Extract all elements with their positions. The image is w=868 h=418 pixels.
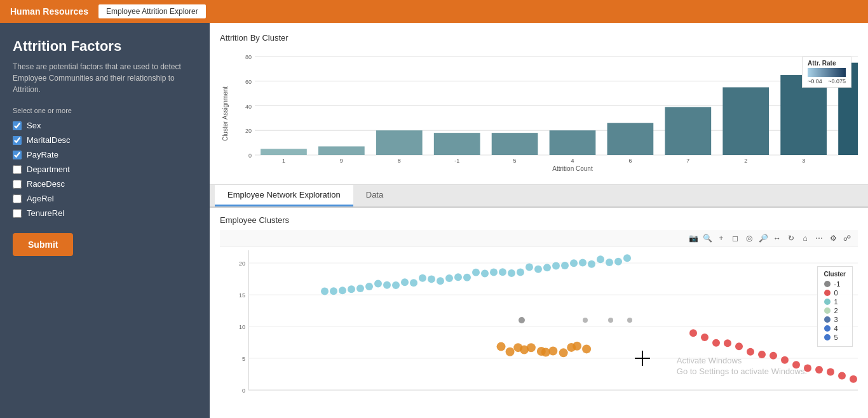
scatter-point[interactable] bbox=[735, 342, 743, 350]
zoom-out-icon[interactable]: 🔎 bbox=[757, 233, 769, 244]
scatter-point[interactable] bbox=[815, 366, 823, 374]
scatter-point[interactable] bbox=[365, 283, 373, 290]
scatter-point[interactable] bbox=[627, 318, 632, 323]
scatter-point[interactable] bbox=[561, 262, 569, 269]
scatter-point[interactable] bbox=[588, 260, 595, 268]
checkbox-item-sex[interactable]: Sex bbox=[13, 121, 197, 130]
scatter-point[interactable] bbox=[517, 269, 524, 276]
checkbox-maritalDesc[interactable] bbox=[13, 136, 22, 145]
scatter-point[interactable] bbox=[348, 285, 355, 293]
scatter-point[interactable] bbox=[583, 318, 588, 323]
scatter-point[interactable] bbox=[383, 281, 391, 289]
bar-4[interactable] bbox=[550, 130, 596, 155]
checkbox-ageRel[interactable] bbox=[13, 194, 22, 203]
chart-icon[interactable]: ☍ bbox=[841, 233, 853, 244]
bar--1[interactable] bbox=[434, 133, 480, 155]
scatter-point[interactable] bbox=[552, 262, 560, 270]
scatter-point[interactable] bbox=[608, 318, 613, 323]
lasso-icon[interactable]: ◎ bbox=[743, 233, 755, 244]
scatter-point[interactable] bbox=[712, 339, 720, 347]
scatter-point[interactable] bbox=[570, 259, 578, 267]
scatter-point[interactable] bbox=[374, 280, 382, 287]
checkbox-department[interactable] bbox=[13, 165, 22, 174]
scatter-point[interactable] bbox=[606, 259, 613, 266]
camera-icon[interactable]: 📷 bbox=[688, 233, 699, 244]
scatter-point[interactable] bbox=[508, 269, 515, 277]
checkbox-item-maritalDesc[interactable]: MaritalDesc bbox=[13, 135, 197, 145]
scatter-point[interactable] bbox=[497, 342, 506, 351]
checkbox-payRate[interactable] bbox=[13, 151, 22, 159]
scatter-point[interactable] bbox=[781, 356, 789, 364]
scatter-point[interactable] bbox=[804, 364, 811, 372]
scatter-point[interactable] bbox=[701, 334, 709, 341]
zoom-in-icon[interactable]: 🔍 bbox=[702, 233, 713, 244]
scatter-point[interactable] bbox=[519, 317, 525, 323]
checkbox-item-department[interactable]: Department bbox=[13, 165, 197, 174]
scatter-point[interactable] bbox=[526, 264, 533, 271]
checkbox-item-raceDesc[interactable]: RaceDesc bbox=[13, 179, 197, 189]
scatter-point[interactable] bbox=[356, 285, 364, 292]
scatter-point[interactable] bbox=[392, 281, 400, 289]
checkbox-item-ageRel[interactable]: AgeRel bbox=[13, 194, 197, 203]
bar-6[interactable] bbox=[607, 123, 654, 155]
scatter-point[interactable] bbox=[724, 339, 731, 347]
scatter-point[interactable] bbox=[579, 259, 587, 266]
scatter-point[interactable] bbox=[490, 268, 498, 276]
scatter-point[interactable] bbox=[534, 266, 542, 273]
nav-tab[interactable]: Employee Attrition Explorer bbox=[98, 4, 206, 18]
scatter-point[interactable] bbox=[410, 279, 417, 287]
scatter-point[interactable] bbox=[527, 343, 536, 352]
more-icon[interactable]: ⋯ bbox=[813, 233, 825, 244]
checkbox-raceDesc[interactable] bbox=[13, 180, 22, 189]
scatter-point[interactable] bbox=[747, 348, 754, 356]
scatter-point[interactable] bbox=[401, 278, 409, 286]
scatter-point[interactable] bbox=[758, 351, 766, 358]
bar-7[interactable] bbox=[665, 107, 711, 155]
scatter-point[interactable] bbox=[454, 273, 462, 281]
select-icon[interactable]: ◻ bbox=[729, 233, 741, 244]
scatter-point[interactable] bbox=[573, 342, 581, 351]
tab-data[interactable]: Data bbox=[353, 185, 396, 206]
scatter-point[interactable] bbox=[850, 375, 857, 383]
bar-9[interactable] bbox=[318, 146, 365, 155]
scatter-point[interactable] bbox=[330, 287, 337, 295]
scatter-point[interactable] bbox=[827, 368, 834, 376]
scatter-point[interactable] bbox=[472, 269, 480, 276]
scatter-point[interactable] bbox=[481, 270, 489, 278]
scatter-point[interactable] bbox=[582, 344, 591, 353]
scatter-point[interactable] bbox=[321, 287, 329, 295]
scatter-point[interactable] bbox=[428, 275, 435, 283]
scatter-point[interactable] bbox=[597, 255, 604, 263]
scatter-point[interactable] bbox=[499, 268, 506, 276]
scatter-point[interactable] bbox=[770, 352, 777, 360]
scatter-point[interactable] bbox=[559, 348, 568, 357]
scatter-point[interactable] bbox=[689, 329, 697, 337]
scatter-point[interactable] bbox=[614, 258, 622, 266]
scatter-point[interactable] bbox=[419, 274, 426, 282]
pan-icon[interactable]: ↔ bbox=[771, 233, 783, 244]
home-icon[interactable]: ⌂ bbox=[799, 233, 811, 244]
scatter-point[interactable] bbox=[543, 264, 551, 271]
bar-5[interactable] bbox=[492, 133, 538, 155]
scatter-point[interactable] bbox=[445, 274, 453, 282]
crosshair-icon[interactable]: + bbox=[715, 233, 727, 244]
bar-8[interactable] bbox=[376, 130, 423, 155]
settings-icon[interactable]: ⚙ bbox=[827, 233, 839, 244]
scatter-point[interactable] bbox=[437, 277, 444, 285]
scatter-point[interactable] bbox=[339, 287, 346, 294]
bar-2[interactable] bbox=[722, 87, 769, 155]
submit-button[interactable]: Submit bbox=[13, 233, 73, 256]
tab-network[interactable]: Employee Network Exploration bbox=[215, 185, 353, 206]
scatter-point[interactable] bbox=[548, 346, 557, 355]
scatter-point[interactable] bbox=[838, 372, 846, 379]
checkbox-item-tenureRel[interactable]: TenureRel bbox=[13, 208, 197, 218]
scatter-point[interactable] bbox=[463, 274, 471, 281]
checkbox-sex[interactable] bbox=[13, 121, 22, 130]
checkbox-item-payRate[interactable]: PayRate bbox=[13, 150, 197, 159]
scatter-point[interactable] bbox=[792, 361, 800, 368]
reset-icon[interactable]: ↻ bbox=[785, 233, 797, 244]
scatter-point[interactable] bbox=[506, 347, 515, 356]
checkbox-tenureRel[interactable] bbox=[13, 209, 22, 218]
bar-1[interactable] bbox=[261, 149, 307, 155]
scatter-point[interactable] bbox=[623, 254, 631, 262]
